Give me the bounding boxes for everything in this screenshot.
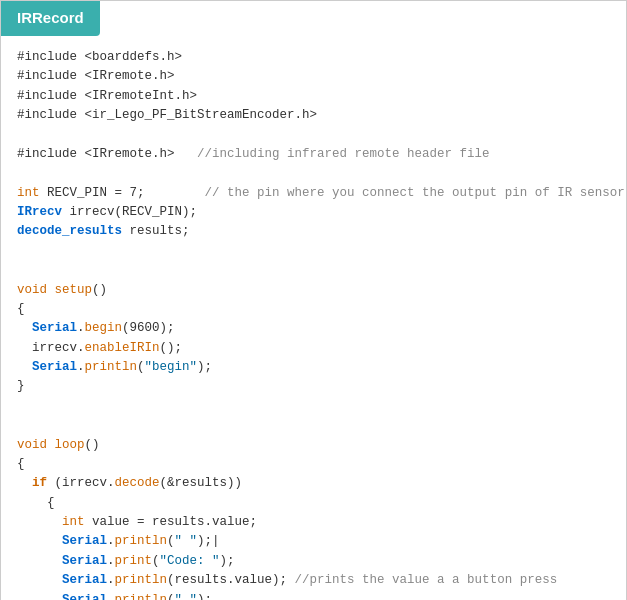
code-editor[interactable]: #include <boarddefs.h> #include <IRremot…: [1, 36, 626, 600]
title-bar: IRRecord: [1, 1, 100, 36]
main-window: IRRecord #include <boarddefs.h> #include…: [0, 0, 627, 600]
window-title: IRRecord: [17, 9, 84, 26]
